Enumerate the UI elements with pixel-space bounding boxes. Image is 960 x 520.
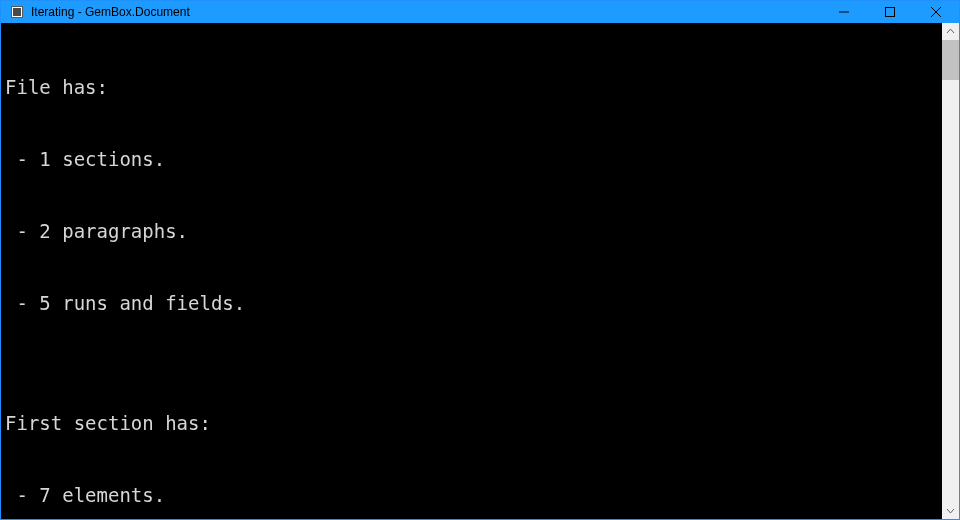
scrollbar-thumb[interactable] bbox=[942, 40, 959, 80]
console-line: - 1 sections. bbox=[5, 147, 942, 171]
console-line: First section has: bbox=[5, 411, 942, 435]
svg-rect-3 bbox=[886, 8, 895, 17]
console-line: - 7 elements. bbox=[5, 483, 942, 507]
scroll-down-button[interactable] bbox=[942, 502, 959, 519]
close-button[interactable] bbox=[913, 1, 959, 23]
window-controls bbox=[821, 1, 959, 23]
svg-rect-1 bbox=[13, 8, 21, 16]
client-area: File has: - 1 sections. - 2 paragraphs. … bbox=[1, 23, 959, 519]
minimize-button[interactable] bbox=[821, 1, 867, 23]
scroll-up-button[interactable] bbox=[942, 23, 959, 40]
console-output: File has: - 1 sections. - 2 paragraphs. … bbox=[1, 23, 942, 519]
window-title: Iterating - GemBox.Document bbox=[31, 5, 190, 19]
console-line: - 2 paragraphs. bbox=[5, 219, 942, 243]
console-line: File has: bbox=[5, 75, 942, 99]
app-window: Iterating - GemBox.Document File has: - … bbox=[0, 0, 960, 520]
app-icon bbox=[9, 4, 25, 20]
titlebar[interactable]: Iterating - GemBox.Document bbox=[1, 1, 959, 23]
scrollbar-track[interactable] bbox=[942, 40, 959, 502]
vertical-scrollbar[interactable] bbox=[942, 23, 959, 519]
console-line: - 5 runs and fields. bbox=[5, 291, 942, 315]
maximize-button[interactable] bbox=[867, 1, 913, 23]
